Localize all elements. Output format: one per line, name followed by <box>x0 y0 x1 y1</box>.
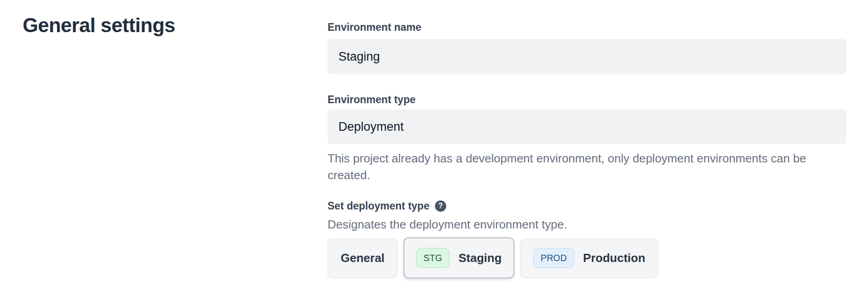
deployment-type-option-production[interactable]: PROD Production <box>520 238 658 277</box>
deployment-type-options: General STG Staging PROD Production <box>328 237 846 279</box>
set-deployment-type-label: Set deployment type <box>328 200 429 212</box>
deployment-type-option-production-label: Production <box>583 251 645 265</box>
prod-badge: PROD <box>533 248 574 268</box>
deployment-type-option-general-label: General <box>341 251 385 265</box>
environment-name-input[interactable] <box>328 39 846 74</box>
deployment-type-option-staging-label: Staging <box>458 251 502 265</box>
environment-name-label: Environment name <box>328 21 846 33</box>
settings-section-header: General settings <box>23 14 328 279</box>
deployment-type-option-general[interactable]: General <box>328 238 398 277</box>
stg-badge: STG <box>416 248 449 268</box>
deployment-type-description: Designates the deployment environment ty… <box>328 217 846 232</box>
general-settings-page: General settings Environment name Enviro… <box>0 0 868 279</box>
settings-form: Environment name Environment type This p… <box>328 14 846 279</box>
page-title: General settings <box>23 14 328 36</box>
set-deployment-type-row: Set deployment type ? <box>328 199 846 213</box>
environment-type-help-text: This project already has a development e… <box>328 150 846 184</box>
environment-type-input[interactable] <box>328 109 846 144</box>
deployment-type-option-staging[interactable]: STG Staging <box>403 237 515 279</box>
question-mark-icon[interactable]: ? <box>435 200 446 212</box>
environment-type-label: Environment type <box>328 93 846 106</box>
